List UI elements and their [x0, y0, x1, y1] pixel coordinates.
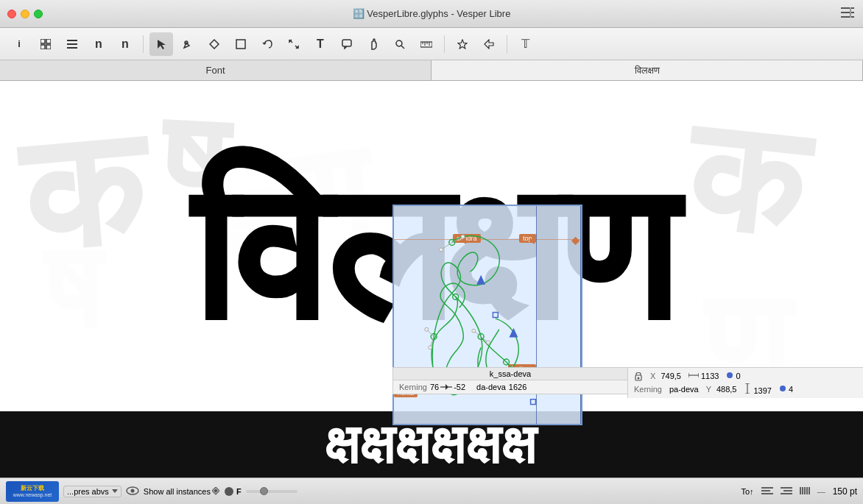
sep1: [143, 35, 144, 53]
hand-tool[interactable]: [362, 32, 385, 56]
logo-badge: 新云下载 www.newasp.net: [6, 481, 59, 502]
bar-button[interactable]: [800, 486, 810, 497]
y-coord: Y 488,5: [706, 385, 737, 394]
width-display: 1133: [688, 372, 719, 380]
zoom-slider[interactable]: [246, 490, 297, 493]
svg-rect-5: [46, 39, 51, 43]
svg-rect-1: [841, 12, 854, 13]
align-button[interactable]: [761, 486, 773, 497]
bubble-tool[interactable]: [335, 32, 359, 56]
ruler-tool[interactable]: [415, 32, 438, 56]
n-tool-2[interactable]: n: [113, 32, 137, 56]
svg-rect-6: [40, 45, 45, 49]
zoom-slider-handle[interactable]: [260, 487, 268, 495]
svg-point-67: [225, 487, 233, 496]
svg-rect-4: [40, 39, 45, 43]
svg-rect-20: [420, 42, 432, 47]
svg-rect-3: [850, 7, 851, 18]
info-tool[interactable]: i: [7, 32, 31, 56]
svg-point-18: [396, 40, 402, 46]
maximize-button[interactable]: [34, 10, 43, 18]
sep2: [444, 35, 445, 53]
list-tool[interactable]: [60, 32, 84, 56]
right-info-panel: X 749,5 1133 0 Kerning pa-deva Y 488,5 1…: [627, 367, 863, 398]
height-display: 1397: [744, 383, 772, 395]
star-tool[interactable]: [451, 32, 474, 56]
val2-display: 4: [779, 385, 793, 394]
svg-point-48: [472, 329, 476, 333]
minimize-button[interactable]: [21, 10, 29, 18]
svg-point-53: [638, 377, 640, 380]
ghost-1: क: [15, 105, 151, 277]
titlebar: 🔡 VesperLibre.glyphs - Vesper Libre: [0, 0, 863, 28]
window-title: 🔡 VesperLibre.glyphs - Vesper Libre: [353, 8, 511, 19]
rect-tool[interactable]: [229, 32, 253, 56]
tab-glyph[interactable]: विलक्षण: [432, 60, 863, 80]
val1-display: 0: [726, 372, 740, 380]
svg-marker-36: [476, 275, 485, 285]
ghost-7: क्ष: [203, 168, 276, 282]
toolbar: i n n T 𝕋: [0, 28, 863, 60]
to-button[interactable]: To↑: [742, 487, 754, 496]
grid-tool[interactable]: [34, 32, 57, 56]
arrow-left-tool[interactable]: [477, 32, 501, 56]
file-icon: 🔡: [353, 8, 367, 19]
svg-rect-33: [493, 313, 498, 318]
svg-rect-14: [236, 40, 245, 49]
x-coord: X 749,5: [650, 372, 681, 380]
coords-row2: Kerning pa-deva Y 488,5 1397 4: [634, 383, 857, 395]
expand-tool[interactable]: [282, 32, 306, 56]
svg-point-57: [727, 372, 733, 378]
select-tool[interactable]: [149, 32, 173, 56]
tab-font[interactable]: Font: [0, 60, 432, 80]
svg-marker-26: [485, 40, 493, 49]
svg-marker-51: [445, 384, 448, 390]
eye-toggle[interactable]: [126, 486, 139, 497]
svg-point-45: [429, 346, 432, 349]
svg-rect-35: [531, 400, 536, 405]
show-instances-btn[interactable]: Show all instances: [144, 487, 219, 496]
ghost-2: ष: [158, 94, 228, 230]
undo-tool[interactable]: [256, 32, 279, 56]
metrics-tool[interactable]: 𝕋: [513, 32, 537, 56]
glyph-info-panel: k_ssa-deva Kerning 76 -52 da-deva 1626: [392, 367, 628, 394]
svg-point-41: [461, 235, 465, 238]
dash-separator: —: [817, 487, 825, 496]
width-left-block: da-deva 1626: [476, 383, 526, 391]
close-button[interactable]: [7, 10, 16, 18]
sidebar-toggle[interactable]: [841, 7, 854, 21]
n-tool-1[interactable]: n: [87, 32, 110, 56]
svg-point-49: [487, 341, 490, 344]
svg-marker-25: [458, 40, 467, 49]
circle-f-group: F: [224, 486, 242, 497]
glyph-name: k_ssa-deva: [393, 368, 627, 380]
svg-point-40: [440, 248, 443, 252]
svg-marker-62: [112, 489, 118, 493]
svg-rect-17: [342, 40, 351, 46]
text-tool[interactable]: T: [309, 32, 332, 56]
kerning-left-block: Kerning 76 -52: [399, 383, 465, 391]
kerning-right-block: Kerning: [634, 385, 662, 394]
svg-line-19: [401, 46, 404, 49]
ghost-4: क: [680, 97, 811, 263]
svg-point-61: [780, 386, 786, 391]
svg-rect-2: [841, 16, 854, 18]
coords-row: X 749,5 1133 0: [634, 371, 857, 381]
status-right: To↑ — 150 pt: [742, 486, 858, 497]
zoom-tool[interactable]: [388, 32, 412, 56]
pa-deva-label: pa-deva: [669, 385, 699, 394]
traffic-lights: [7, 10, 43, 18]
svg-marker-11: [158, 40, 166, 49]
sep3: [507, 35, 507, 53]
pen-tool[interactable]: [176, 32, 200, 56]
lock-icon-block: [634, 371, 643, 381]
feature-dropdown[interactable]: ...pres abvs: [63, 486, 121, 497]
svg-point-64: [130, 489, 134, 492]
ghost-5: ष: [44, 228, 101, 346]
shape-tool[interactable]: [202, 32, 226, 56]
svg-rect-0: [841, 7, 854, 9]
svg-point-44: [425, 327, 429, 331]
kerning-left-value: 76 -52: [430, 383, 465, 391]
tabbar: Font विलक्षण: [0, 60, 863, 81]
list-align-button[interactable]: [781, 486, 792, 497]
